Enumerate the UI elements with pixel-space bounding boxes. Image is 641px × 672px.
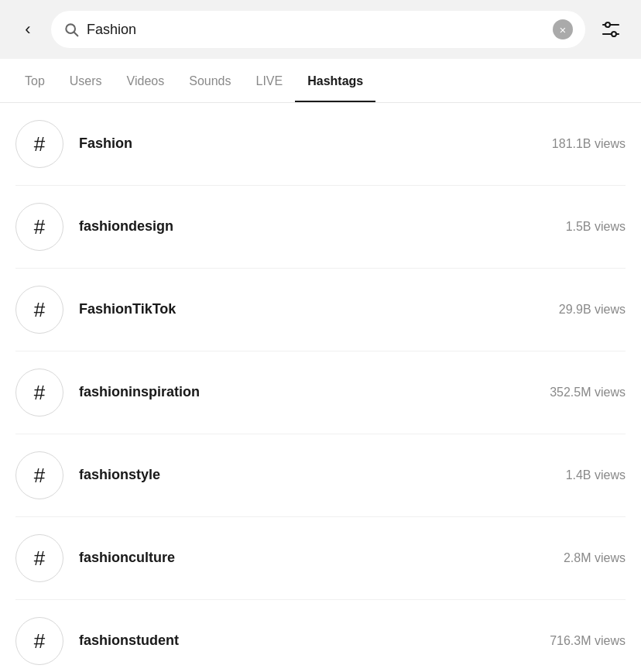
tab-users[interactable]: Users xyxy=(57,59,115,103)
clear-button[interactable]: × xyxy=(553,19,573,39)
hashtag-views: 29.9B views xyxy=(559,303,626,317)
tab-top[interactable]: Top xyxy=(12,59,57,103)
hashtag-name: fashionstudent xyxy=(79,632,534,650)
hashtag-views: 181.1B views xyxy=(552,137,626,151)
svg-point-5 xyxy=(612,32,616,36)
list-item[interactable]: # fashiondesign 1.5B views xyxy=(15,186,626,269)
hashtag-name: fashiondesign xyxy=(79,218,550,235)
header: ‹ × xyxy=(0,0,641,59)
hashtag-icon: # xyxy=(34,134,45,154)
list-item[interactable]: # FashionTikTok 29.9B views xyxy=(15,269,626,351)
hashtag-icon: # xyxy=(34,217,45,237)
search-icon xyxy=(63,22,79,37)
hashtag-name: fashionstyle xyxy=(79,466,550,484)
hashtag-views: 352.5M views xyxy=(550,386,626,399)
hashtag-info: fashionstyle xyxy=(79,466,550,484)
hashtag-avatar: # xyxy=(15,120,63,168)
hashtag-name: fashionculture xyxy=(79,549,548,567)
hashtag-info: fashionstudent xyxy=(79,632,534,650)
hashtag-icon: # xyxy=(34,300,45,320)
hashtag-info: Fashion xyxy=(79,135,536,153)
list-item[interactable]: # Fashion 181.1B views xyxy=(15,103,626,186)
tab-hashtags[interactable]: Hashtags xyxy=(295,59,375,103)
hashtag-views: 1.4B views xyxy=(566,468,626,482)
hashtag-avatar: # xyxy=(15,286,63,334)
hashtag-name: Fashion xyxy=(79,135,536,153)
hashtag-views: 2.8M views xyxy=(564,551,626,565)
svg-point-4 xyxy=(605,22,610,27)
hashtag-info: fashioninspiration xyxy=(79,383,534,401)
search-input[interactable] xyxy=(87,22,545,38)
search-bar: × xyxy=(51,11,585,48)
hashtag-avatar: # xyxy=(15,203,63,251)
hashtag-info: FashionTikTok xyxy=(79,300,543,318)
list-item[interactable]: # fashionstyle 1.4B views xyxy=(15,434,626,517)
tab-live[interactable]: LIVE xyxy=(243,59,295,103)
hashtag-views: 716.3M views xyxy=(550,634,626,648)
tabs-bar: Top Users Videos Sounds LIVE Hashtags xyxy=(0,59,641,103)
hashtag-list: # Fashion 181.1B views # fashiondesign 1… xyxy=(0,103,641,672)
hashtag-avatar: # xyxy=(15,451,63,499)
back-icon: ‹ xyxy=(25,21,30,38)
tab-sounds[interactable]: Sounds xyxy=(177,59,243,103)
filter-button[interactable] xyxy=(595,13,627,46)
hashtag-avatar: # xyxy=(15,617,63,665)
list-item[interactable]: # fashioninspiration 352.5M views xyxy=(15,351,626,434)
list-item[interactable]: # fashionculture 2.8M views xyxy=(15,517,626,600)
list-item[interactable]: # fashionstudent 716.3M views xyxy=(15,600,626,672)
hashtag-info: fashionculture xyxy=(79,549,548,567)
hashtag-avatar: # xyxy=(15,369,63,417)
hashtag-name: FashionTikTok xyxy=(79,300,543,318)
hashtag-icon: # xyxy=(34,465,45,485)
hashtag-icon: # xyxy=(34,548,45,568)
hashtag-name: fashioninspiration xyxy=(79,383,534,401)
svg-line-1 xyxy=(74,33,78,36)
hashtag-avatar: # xyxy=(15,534,63,582)
tab-videos[interactable]: Videos xyxy=(115,59,177,103)
back-button[interactable]: ‹ xyxy=(14,15,42,43)
clear-icon: × xyxy=(560,24,567,36)
hashtag-icon: # xyxy=(34,382,45,403)
hashtag-icon: # xyxy=(34,631,45,651)
hashtag-views: 1.5B views xyxy=(566,220,626,234)
hashtag-info: fashiondesign xyxy=(79,218,550,235)
